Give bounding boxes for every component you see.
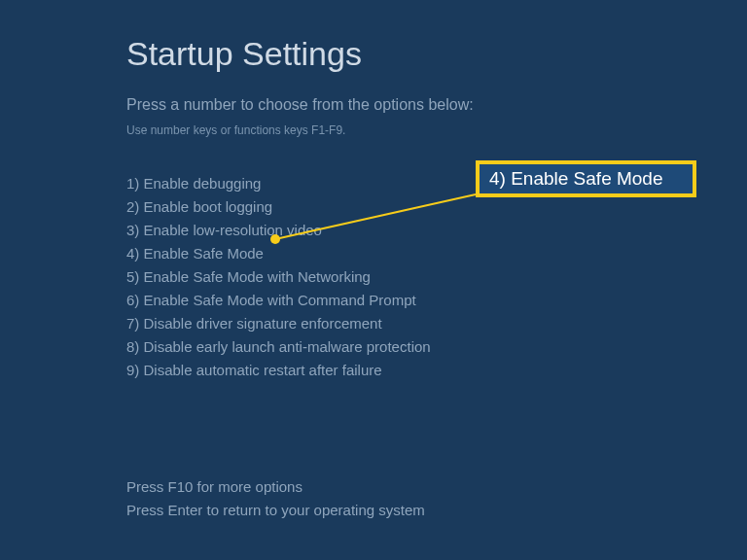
option-enable-safe-mode[interactable]: 4) Enable Safe Mode <box>126 242 747 265</box>
option-enable-boot-logging[interactable]: 2) Enable boot logging <box>126 195 747 219</box>
option-enable-low-resolution-video[interactable]: 3) Enable low-resolution video <box>126 219 747 242</box>
callout-dot-icon <box>270 234 280 244</box>
option-disable-driver-signature[interactable]: 7) Disable driver signature enforcement <box>126 312 747 335</box>
footer-instructions: Press F10 for more options Press Enter t… <box>126 475 747 522</box>
instruction-subtitle: Press a number to choose from the option… <box>126 96 747 114</box>
footer-more-options: Press F10 for more options <box>126 475 747 499</box>
startup-settings-screen: Startup Settings Press a number to choos… <box>0 0 747 522</box>
page-title: Startup Settings <box>126 35 747 73</box>
footer-return-os: Press Enter to return to your operating … <box>126 499 747 522</box>
boot-options-list: 1) Enable debugging 2) Enable boot loggi… <box>126 172 747 382</box>
option-enable-safe-mode-command-prompt[interactable]: 6) Enable Safe Mode with Command Prompt <box>126 289 747 312</box>
option-enable-safe-mode-networking[interactable]: 5) Enable Safe Mode with Networking <box>126 265 747 289</box>
option-disable-automatic-restart[interactable]: 9) Disable automatic restart after failu… <box>126 359 747 382</box>
callout-text: 4) Enable Safe Mode <box>489 168 663 190</box>
callout-highlight: 4) Enable Safe Mode <box>476 160 696 197</box>
keyboard-hint: Use number keys or functions keys F1-F9. <box>126 123 747 137</box>
option-disable-early-launch-antimalware[interactable]: 8) Disable early launch anti-malware pro… <box>126 335 747 359</box>
